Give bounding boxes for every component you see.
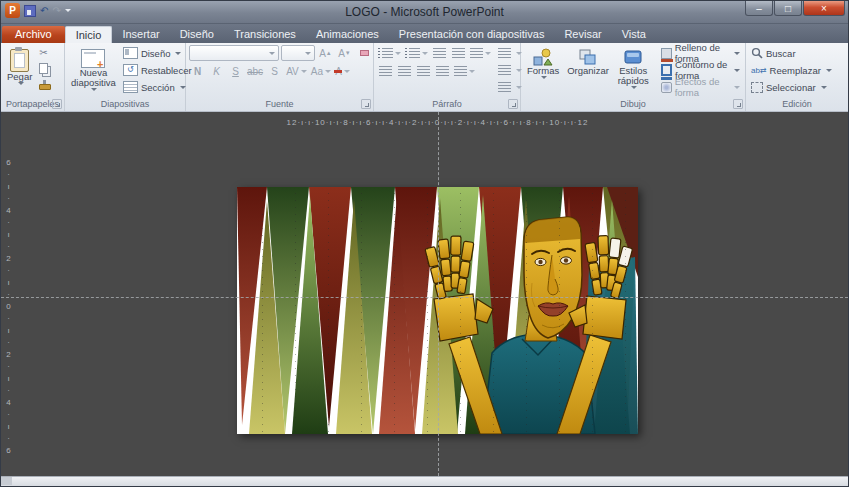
tab-presentacion[interactable]: Presentación con diapositivas bbox=[389, 26, 555, 43]
clear-formatting-button[interactable] bbox=[355, 45, 372, 61]
shadow-label: S bbox=[271, 66, 278, 77]
arrange-label: Organizar bbox=[567, 66, 609, 76]
tab-archivo[interactable]: Archivo bbox=[2, 26, 65, 43]
strikethrough-button[interactable]: abc bbox=[246, 63, 264, 79]
text-direction-button[interactable] bbox=[496, 45, 524, 61]
columns-icon bbox=[454, 66, 467, 76]
drawing-dialog-launcher[interactable] bbox=[733, 99, 743, 109]
paragraph-dialog-launcher[interactable] bbox=[508, 99, 518, 109]
tab-inicio[interactable]: Inicio bbox=[65, 26, 113, 43]
shrink-font-button[interactable]: A▼ bbox=[336, 45, 353, 61]
tab-insertar[interactable]: Insertar bbox=[112, 26, 169, 43]
qat-dropdown-icon[interactable] bbox=[65, 9, 71, 12]
bold-button[interactable]: N bbox=[189, 63, 206, 79]
save-icon[interactable] bbox=[24, 5, 36, 17]
tab-diseno[interactable]: Diseño bbox=[170, 26, 224, 43]
clipboard-icon bbox=[10, 49, 29, 72]
line-spacing-icon bbox=[470, 48, 483, 58]
vertical-guide[interactable] bbox=[438, 112, 439, 476]
cut-button[interactable]: ✂ bbox=[37, 45, 53, 61]
columns-button[interactable] bbox=[453, 63, 476, 79]
maximize-button[interactable]: □ bbox=[774, 1, 802, 16]
title-bar[interactable]: P ↶ ↷ LOGO - Microsoft PowerPoint – □ × bbox=[1, 1, 848, 24]
drawing-group-label: Dibujo bbox=[521, 98, 745, 111]
font-size-combobox[interactable] bbox=[281, 45, 315, 61]
character-spacing-button[interactable]: AV bbox=[285, 63, 308, 79]
decrease-indent-icon bbox=[433, 48, 446, 58]
convert-smartart-button[interactable] bbox=[496, 79, 524, 95]
dropdown-caret-icon bbox=[301, 70, 307, 73]
align-right-button[interactable] bbox=[415, 63, 432, 79]
align-left-button[interactable] bbox=[377, 63, 394, 79]
copy-button[interactable] bbox=[37, 62, 53, 78]
close-button[interactable]: × bbox=[803, 1, 845, 16]
new-slide-button[interactable]: Nueva diapositiva bbox=[68, 45, 119, 98]
layout-label: Diseño bbox=[141, 48, 171, 59]
clipboard-dialog-launcher[interactable] bbox=[52, 99, 62, 109]
spacing-label: AV bbox=[286, 66, 299, 77]
bullets-button[interactable] bbox=[377, 45, 402, 61]
find-icon bbox=[751, 47, 763, 59]
slides-group-label: Diapositivas bbox=[65, 98, 185, 111]
group-font: A▲ A▼ N K S abc S AV Aa A bbox=[186, 43, 374, 111]
numbering-button[interactable] bbox=[404, 45, 429, 61]
dropdown-caret-icon bbox=[18, 82, 24, 85]
select-button[interactable]: Seleccionar bbox=[749, 79, 834, 95]
tab-revisar[interactable]: Revisar bbox=[554, 26, 611, 43]
increase-indent-button[interactable] bbox=[450, 45, 467, 61]
numbering-icon bbox=[405, 48, 420, 58]
tab-vista[interactable]: Vista bbox=[612, 26, 656, 43]
align-center-button[interactable] bbox=[396, 63, 413, 79]
horizontal-guide[interactable] bbox=[1, 297, 848, 298]
vertical-ruler[interactable]: 6·ı·4·ı·2·ı·0·ı·2·ı·4·ı·6 bbox=[1, 158, 13, 458]
replace-icon: ab⇄ bbox=[751, 66, 767, 75]
reset-button[interactable]: ↺ Restablecer bbox=[121, 62, 194, 78]
shapes-label: Formas bbox=[527, 66, 559, 76]
layout-button[interactable]: Diseño bbox=[121, 45, 194, 61]
layout-icon bbox=[123, 47, 138, 59]
quick-styles-icon bbox=[623, 48, 643, 66]
underline-button[interactable]: S bbox=[227, 63, 244, 79]
grow-font-button[interactable]: A▲ bbox=[317, 45, 334, 61]
quick-styles-label: Estilos rápidos bbox=[617, 66, 650, 86]
align-center-icon bbox=[398, 66, 411, 76]
increase-indent-icon bbox=[452, 48, 465, 58]
redo-icon[interactable]: ↷ bbox=[52, 4, 60, 18]
align-text-icon bbox=[498, 65, 511, 75]
text-shadow-button[interactable]: S bbox=[266, 63, 283, 79]
strikethrough-label: abc bbox=[247, 66, 263, 77]
section-label: Sección bbox=[141, 82, 175, 93]
justify-button[interactable] bbox=[434, 63, 451, 79]
arrange-button[interactable]: Organizar bbox=[564, 45, 612, 98]
dropdown-caret-icon bbox=[485, 52, 491, 55]
dropdown-caret-icon bbox=[422, 52, 428, 55]
dropdown-caret-icon bbox=[826, 69, 832, 72]
paste-button[interactable]: Pegar bbox=[4, 45, 35, 98]
align-text-button[interactable] bbox=[496, 62, 524, 78]
undo-icon[interactable]: ↶ bbox=[40, 4, 48, 18]
dropdown-caret-icon bbox=[469, 70, 475, 73]
shape-effects-button[interactable]: Efectos de forma bbox=[659, 79, 742, 95]
new-slide-label: Nueva diapositiva bbox=[71, 68, 116, 88]
minimize-button[interactable]: – bbox=[745, 1, 773, 16]
group-clipboard: Pegar ✂ Portapapeles bbox=[1, 43, 65, 111]
font-color-swatch bbox=[334, 70, 342, 73]
section-button[interactable]: Sección bbox=[121, 79, 194, 95]
quick-styles-button[interactable]: Estilos rápidos bbox=[614, 45, 653, 98]
font-color-button[interactable]: A bbox=[334, 63, 351, 79]
tab-animaciones[interactable]: Animaciones bbox=[306, 26, 389, 43]
font-name-combobox[interactable] bbox=[189, 45, 279, 61]
replace-button[interactable]: ab⇄ Reemplazar bbox=[749, 62, 834, 78]
powerpoint-app-icon[interactable]: P bbox=[5, 3, 20, 18]
format-painter-button[interactable] bbox=[37, 79, 53, 95]
tab-transiciones[interactable]: Transiciones bbox=[224, 26, 306, 43]
change-case-button[interactable]: Aa bbox=[310, 63, 332, 79]
line-spacing-button[interactable] bbox=[469, 45, 492, 61]
dropdown-caret-icon bbox=[631, 86, 637, 89]
bold-label: N bbox=[194, 66, 201, 77]
decrease-indent-button[interactable] bbox=[431, 45, 448, 61]
find-button[interactable]: Buscar bbox=[749, 45, 834, 61]
italic-button[interactable]: K bbox=[208, 63, 225, 79]
font-dialog-launcher[interactable] bbox=[361, 99, 371, 109]
shapes-button[interactable]: Formas bbox=[524, 45, 562, 98]
